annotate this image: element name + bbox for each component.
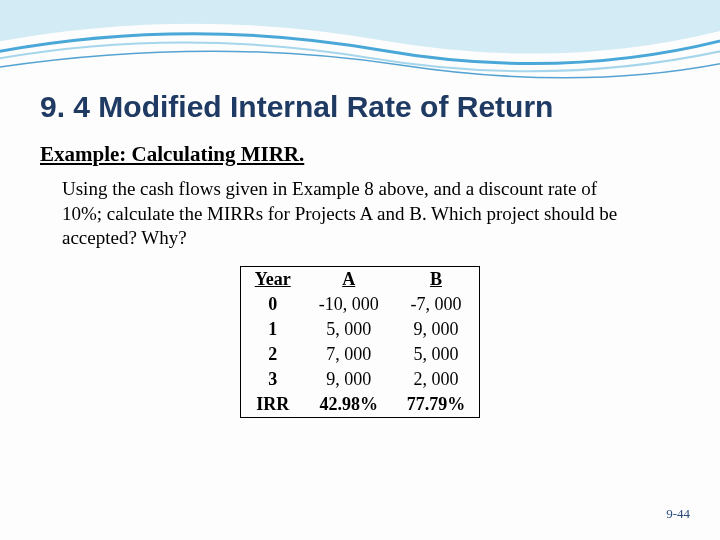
col-header-a: A: [305, 267, 393, 293]
row-label: 1: [240, 317, 304, 342]
slide-title: 9. 4 Modified Internal Rate of Return: [40, 90, 680, 124]
row-label: 3: [240, 367, 304, 392]
col-header-b: B: [393, 267, 480, 293]
table-row: IRR 42.98% 77.79%: [240, 392, 479, 418]
cell-b: -7, 000: [393, 292, 480, 317]
cell-a: 9, 000: [305, 367, 393, 392]
row-label-irr: IRR: [240, 392, 304, 418]
cell-a: 5, 000: [305, 317, 393, 342]
cell-a: 7, 000: [305, 342, 393, 367]
cell-b: 9, 000: [393, 317, 480, 342]
cell-b: 5, 000: [393, 342, 480, 367]
example-subtitle: Example: Calculating MIRR.: [40, 142, 680, 167]
row-label: 0: [240, 292, 304, 317]
table-row: 3 9, 000 2, 000: [240, 367, 479, 392]
col-header-year: Year: [240, 267, 304, 293]
row-label: 2: [240, 342, 304, 367]
cashflow-table: Year A B 0 -10, 000 -7, 000 1 5, 000 9, …: [240, 266, 480, 418]
cell-b: 77.79%: [393, 392, 480, 418]
cell-a: -10, 000: [305, 292, 393, 317]
table-row: 2 7, 000 5, 000: [240, 342, 479, 367]
slide-number: 9-44: [666, 506, 690, 522]
table-row: 1 5, 000 9, 000: [240, 317, 479, 342]
example-body: Using the cash flows given in Example 8 …: [40, 177, 680, 251]
cell-b: 2, 000: [393, 367, 480, 392]
table-row: 0 -10, 000 -7, 000: [240, 292, 479, 317]
cell-a: 42.98%: [305, 392, 393, 418]
